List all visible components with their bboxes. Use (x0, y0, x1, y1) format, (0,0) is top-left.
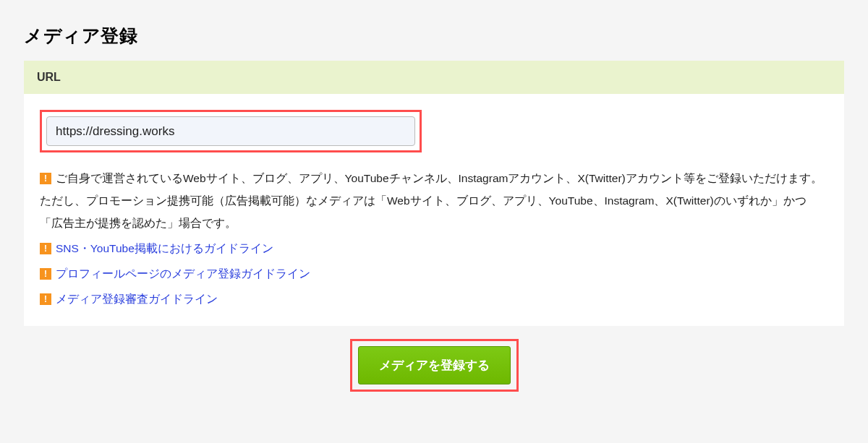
guideline-link-row-2: !プロフィールページのメディア登録ガイドライン (40, 267, 828, 282)
profile-media-guideline-link[interactable]: プロフィールページのメディア登録ガイドライン (56, 267, 310, 280)
page-container: メディア登録 URL !ご自身で運営されているWebサイト、ブログ、アプリ、Yo… (13, 13, 855, 397)
alert-icon: ! (40, 243, 51, 254)
url-input[interactable] (46, 116, 415, 146)
content-box: !ご自身で運営されているWebサイト、ブログ、アプリ、YouTubeチャンネル、… (24, 94, 844, 326)
info-text: ご自身で運営されているWebサイト、ブログ、アプリ、YouTubeチャンネル、I… (40, 172, 822, 229)
url-highlight-box (40, 110, 422, 152)
info-paragraph: !ご自身で運営されているWebサイト、ブログ、アプリ、YouTubeチャンネル、… (40, 167, 828, 234)
register-button-highlight: メディアを登録する (350, 339, 519, 392)
page-title: メディア登録 (24, 24, 844, 48)
alert-icon: ! (40, 268, 51, 280)
alert-icon: ! (40, 293, 51, 305)
alert-icon: ! (40, 173, 51, 184)
section-header-url: URL (24, 61, 844, 94)
media-review-guideline-link[interactable]: メディア登録審査ガイドライン (56, 293, 218, 305)
button-row: メディアを登録する (24, 326, 844, 397)
sns-youtube-guideline-link[interactable]: SNS・YouTube掲載におけるガイドライン (56, 242, 273, 254)
register-media-button[interactable]: メディアを登録する (358, 346, 511, 384)
guideline-link-row-3: !メディア登録審査ガイドライン (40, 292, 828, 307)
guideline-link-row-1: !SNS・YouTube掲載におけるガイドライン (40, 241, 828, 257)
